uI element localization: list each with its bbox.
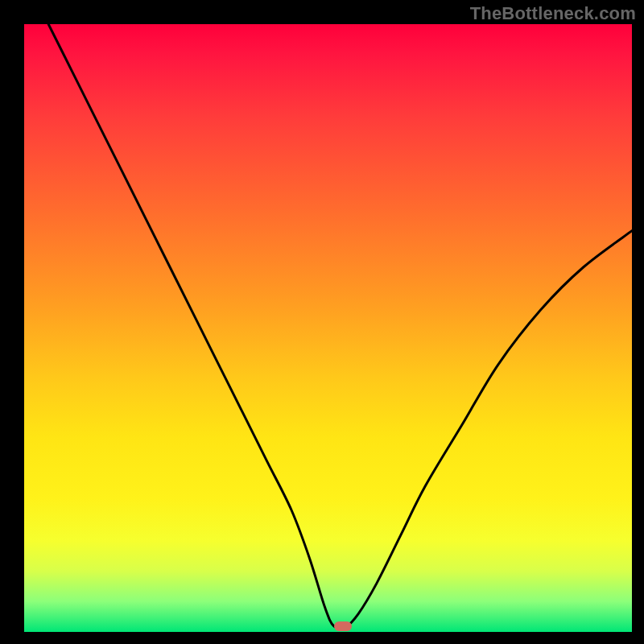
watermark-text: TheBottleneck.com — [470, 3, 636, 24]
plot-area — [24, 24, 632, 632]
curve-path — [48, 24, 632, 629]
chart-frame: TheBottleneck.com — [0, 0, 644, 644]
optimal-marker — [334, 621, 352, 631]
bottleneck-curve — [24, 24, 632, 632]
